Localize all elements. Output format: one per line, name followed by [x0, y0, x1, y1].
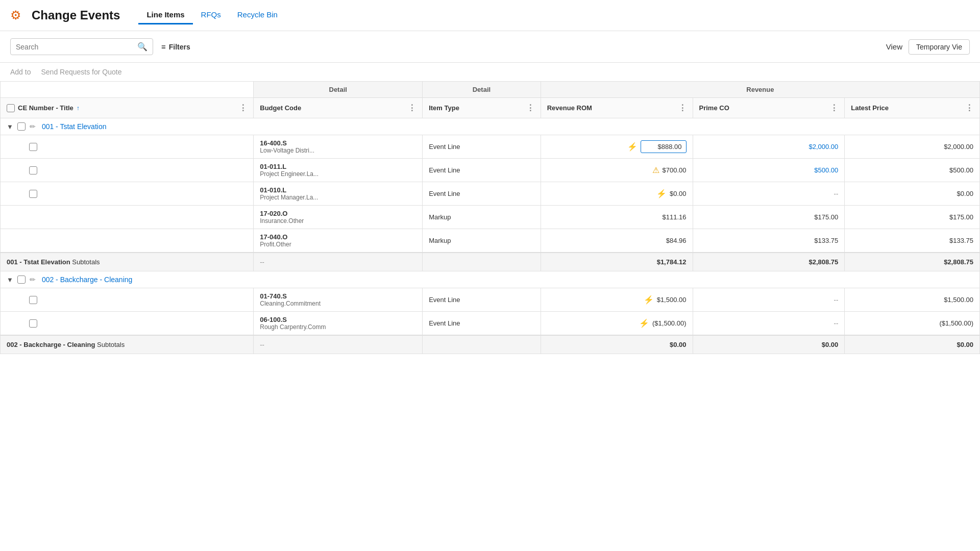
subtotal-label-cell: 002 - Backcharge - Cleaning Subtotals [1, 335, 254, 354]
subtotal-latest-cell: $2,808.75 [845, 253, 980, 271]
col-ce-number-more-icon[interactable]: ⋮ [239, 103, 247, 113]
subtotal-prime-value: $2,808.75 [808, 258, 838, 266]
prime-co-link[interactable]: $2,000.00 [699, 143, 839, 151]
budget-code-main: 17-040.O [260, 233, 416, 241]
rom-input[interactable] [641, 140, 687, 153]
table-row: 01-740.S Cleaning.Commitment Event Line … [1, 288, 980, 312]
search-input[interactable] [16, 43, 137, 51]
subtotal-row: 001 - Tstat Elevation Subtotals -- $1,78… [1, 253, 980, 271]
col-header-latest-price: Latest Price ⋮ [845, 98, 980, 118]
subtotal-latest-value: $2,808.75 [944, 258, 973, 266]
row-first-cell [1, 135, 254, 159]
budget-code-sub: Low-Voltage Distri... [260, 147, 416, 154]
col-item-type-more-icon[interactable]: ⋮ [526, 103, 534, 113]
table-row: 06-100.S Rough Carpentry.Comm Event Line… [1, 312, 980, 336]
subtotal-prime-value: $0.00 [822, 341, 839, 348]
budget-code-cell: 01-740.S Cleaning.Commitment [254, 288, 423, 312]
view-button[interactable]: Temporary Vie [909, 39, 970, 55]
row-checkbox[interactable] [29, 166, 37, 174]
line-items-table: Detail Detail Revenue CE Number - Title … [0, 81, 980, 354]
col-header-budget-code: Budget Code ⋮ [254, 98, 423, 118]
row-checkbox[interactable] [29, 296, 37, 304]
rom-value: $700.00 [663, 166, 687, 174]
subtotal-label-cell: 001 - Tstat Elevation Subtotals [1, 253, 254, 271]
ce-header-row: ▼ ✏ 001 - Tstat Elevation [1, 118, 980, 135]
col-header-prime-co: Prime CO ⋮ [693, 98, 845, 118]
prime-co-cell: $175.00 [693, 206, 845, 229]
subtotal-budget-cell: -- [254, 253, 423, 271]
col-latest-more-icon[interactable]: ⋮ [965, 103, 973, 113]
col-rom-label: Revenue ROM [547, 104, 592, 112]
item-type-cell: Event Line [423, 288, 541, 312]
prime-co-value: $175.00 [699, 213, 839, 221]
lightning-icon: ⚡ [644, 295, 654, 305]
prime-co-cell: $2,000.00 [693, 135, 845, 159]
ce-header-row: ▼ ✏ 002 - Backcharge - Cleaning [1, 271, 980, 288]
rom-cell: $84.96 [541, 229, 693, 253]
col-prime-more-icon[interactable]: ⋮ [830, 103, 838, 113]
col-latest-label: Latest Price [851, 104, 889, 112]
budget-code-sub: Cleaning.Commitment [260, 300, 416, 307]
tab-recycle-bin[interactable]: Recycle Bin [229, 6, 286, 24]
prime-co-value: $133.75 [699, 237, 839, 244]
budget-code-cell: 17-040.O Profit.Other [254, 229, 423, 253]
latest-price-cell: $2,000.00 [845, 135, 980, 159]
edit-icon-0[interactable]: ✏ [30, 122, 36, 131]
subtotal-rom-value: $0.00 [670, 341, 687, 348]
budget-code-main: 01-011.L [260, 163, 416, 170]
action-bar: Add to Send Requests for Quote [0, 63, 980, 81]
subtotal-empty-cell [423, 335, 541, 354]
ce-title-link-0[interactable]: 001 - Tstat Elevation [42, 122, 107, 131]
budget-code-main: 01-740.S [260, 292, 416, 300]
row-checkbox[interactable] [29, 143, 37, 151]
prime-co-value: -- [699, 319, 839, 327]
ce-checkbox-1[interactable] [17, 276, 26, 284]
warning-icon: ⚠ [652, 165, 659, 175]
subtotal-budget-cell: -- [254, 335, 423, 354]
row-checkbox[interactable] [29, 190, 37, 198]
budget-code-sub: Insurance.Other [260, 217, 416, 224]
filters-button[interactable]: ≡ Filters [161, 42, 190, 51]
row-checkbox[interactable] [29, 319, 37, 328]
item-type-cell: Markup [423, 229, 541, 253]
rom-cell: ⚠ $700.00 [541, 159, 693, 182]
row-first-cell [1, 288, 254, 312]
ce-header-cell: ▼ ✏ 002 - Backcharge - Cleaning [1, 271, 980, 288]
table-row: 17-040.O Profit.Other Markup $84.96 $133… [1, 229, 980, 253]
collapse-icon-1[interactable]: ▼ [7, 276, 13, 284]
col-budget-more-icon[interactable]: ⋮ [408, 103, 416, 113]
ce-checkbox-0[interactable] [17, 122, 26, 131]
col-prime-label: Prime CO [699, 104, 729, 112]
toolbar-right: View Temporary Vie [886, 39, 970, 55]
rom-value: $0.00 [670, 190, 687, 197]
subtotal-budget-dash: -- [260, 258, 264, 266]
budget-code-main: 06-100.S [260, 316, 416, 323]
tab-line-items[interactable]: Line Items [138, 6, 192, 24]
col-group-empty-1 [1, 82, 254, 98]
latest-price-cell: $133.75 [845, 229, 980, 253]
col-rom-more-icon[interactable]: ⋮ [678, 103, 687, 113]
subtotal-empty-cell [423, 253, 541, 271]
latest-price-cell: $1,500.00 [845, 288, 980, 312]
col-header-revenue-rom: Revenue ROM ⋮ [541, 98, 693, 118]
group-header-row: Detail Detail Revenue [1, 82, 980, 98]
table-row: 16-400.S Low-Voltage Distri... Event Lin… [1, 135, 980, 159]
col-header-item-type: Item Type ⋮ [423, 98, 541, 118]
tab-rfqs[interactable]: RFQs [193, 6, 229, 24]
subtotal-latest-value: $0.00 [957, 341, 973, 348]
select-all-checkbox[interactable] [7, 104, 15, 112]
collapse-icon-0[interactable]: ▼ [7, 123, 13, 131]
sort-icon[interactable]: ↑ [77, 105, 80, 112]
prime-co-link[interactable]: $500.00 [699, 166, 839, 174]
nav-tabs: Line Items RFQs Recycle Bin [138, 6, 286, 24]
ce-title-link-1[interactable]: 002 - Backcharge - Cleaning [42, 276, 132, 284]
edit-icon-1[interactable]: ✏ [30, 276, 36, 284]
subtotal-prime-cell: $0.00 [693, 335, 845, 354]
subtotal-rom-cell: $1,784.12 [541, 253, 693, 271]
col-item-type-label: Item Type [429, 104, 459, 112]
subtotal-rom-value: $1,784.12 [657, 258, 687, 266]
row-first-cell [1, 206, 254, 229]
rom-cell: ⚡ $1,500.00 [541, 288, 693, 312]
budget-code-cell: 01-011.L Project Engineer.La... [254, 159, 423, 182]
col-ce-number-label: CE Number - Title [18, 104, 74, 112]
